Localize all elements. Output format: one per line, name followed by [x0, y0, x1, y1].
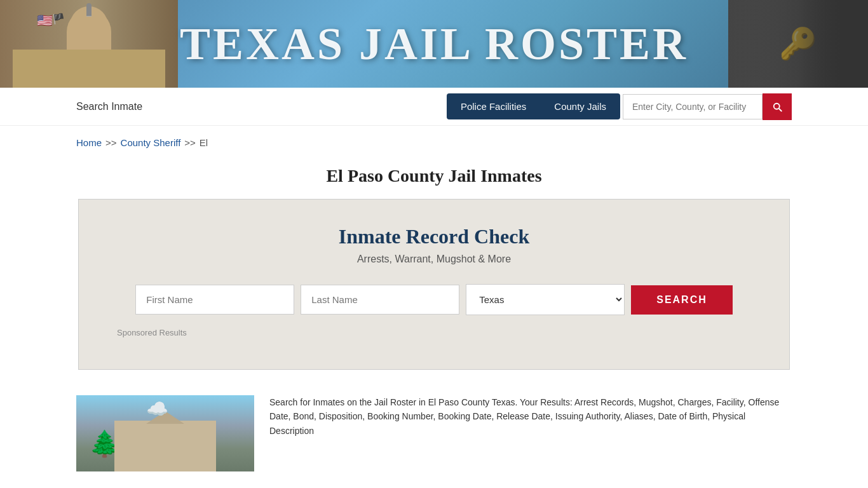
tree-decoration: [89, 421, 108, 459]
search-fields: AlabamaAlaskaArizonaArkansasCaliforniaCo…: [117, 284, 751, 315]
facility-search-button[interactable]: [763, 93, 792, 120]
facility-thumbnail: ☁️: [76, 395, 254, 471]
breadcrumb: Home >> County Sheriff >> El: [0, 126, 868, 159]
breadcrumb-current: El: [200, 137, 208, 148]
inmate-record-check-subtitle: Arrests, Warrant, Mugshot & More: [117, 254, 751, 265]
breadcrumb-home[interactable]: Home: [76, 137, 102, 148]
bottom-content: ☁️ Search for Inmates on the Jail Roster…: [0, 383, 868, 484]
breadcrumb-sep-2: >>: [184, 137, 196, 148]
inmate-search-button[interactable]: SEARCH: [631, 285, 733, 315]
search-icon: [771, 101, 783, 112]
nav-buttons: Police Facilities County Jails: [447, 93, 792, 120]
page-title-section: El Paso County Jail Inmates: [0, 159, 868, 199]
search-inmate-label: Search Inmate: [76, 101, 447, 112]
state-select[interactable]: AlabamaAlaskaArizonaArkansasCaliforniaCo…: [466, 284, 625, 315]
inmate-record-check-box: Inmate Record Check Arrests, Warrant, Mu…: [78, 199, 790, 370]
facility-description: Search for Inmates on the Jail Roster in…: [269, 395, 792, 438]
first-name-input[interactable]: [135, 285, 294, 315]
site-title: Texas Jail Roster: [180, 18, 688, 71]
last-name-input[interactable]: [301, 285, 459, 315]
navbar: Search Inmate Police Facilities County J…: [0, 88, 868, 126]
page-title: El Paso County Jail Inmates: [0, 166, 868, 186]
police-facilities-button[interactable]: Police Facilities: [447, 93, 540, 119]
breadcrumb-sep-1: >>: [105, 137, 117, 148]
building-shape: [114, 421, 216, 471]
breadcrumb-county-sheriff[interactable]: County Sheriff: [121, 137, 181, 148]
header-banner: 🇺🇸 🏴 🔑 Texas Jail Roster: [0, 0, 868, 88]
sponsored-results-label: Sponsored Results: [117, 328, 751, 337]
capitol-image: 🇺🇸 🏴: [0, 0, 178, 88]
inmate-record-check-title: Inmate Record Check: [117, 225, 751, 248]
facility-search-input[interactable]: [623, 94, 763, 119]
county-jails-button[interactable]: County Jails: [540, 93, 620, 119]
keys-image: 🔑: [728, 0, 868, 88]
